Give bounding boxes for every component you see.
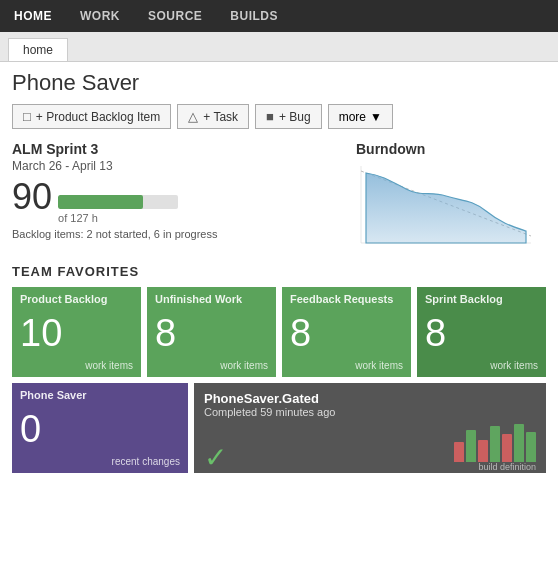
build-definition-label: build definition	[478, 462, 536, 472]
tile-build[interactable]: PhoneSaver.Gated Completed 59 minutes ag…	[194, 383, 546, 473]
build-bar-3	[478, 440, 488, 462]
build-bar-1	[454, 442, 464, 462]
task-label: + Task	[203, 110, 238, 124]
nav-source[interactable]: SOURCE	[142, 5, 208, 27]
tile-feedback-requests[interactable]: Feedback Requests 8 work items	[282, 287, 411, 377]
team-favorites-header: TEAM FAVORITES	[12, 264, 546, 279]
build-success-icon: ✓	[204, 444, 227, 472]
main-content: Phone Saver □ + Product Backlog Item △ +…	[0, 62, 558, 481]
top-navigation: HOME WORK SOURCE BUILDS	[0, 0, 558, 32]
build-bottom: ✓ build definition	[204, 422, 536, 472]
build-bars-chart	[454, 422, 536, 462]
burndown-section: Burndown	[356, 141, 546, 254]
tile-sprint-backlog[interactable]: Sprint Backlog 8 work items	[417, 287, 546, 377]
tile-feedback-requests-label: Feedback Requests	[290, 293, 403, 305]
sprint-dates: March 26 - April 13	[12, 159, 336, 173]
tile-unfinished-work-number: 8	[155, 314, 268, 352]
hours-label: of 127 h	[58, 212, 178, 224]
tile-unfinished-work[interactable]: Unfinished Work 8 work items	[147, 287, 276, 377]
task-icon: △	[188, 109, 198, 124]
tab-home[interactable]: home	[8, 38, 68, 61]
add-bug-button[interactable]: ■ + Bug	[255, 104, 322, 129]
backlog-status: Backlog items: 2 not started, 6 in progr…	[12, 228, 336, 240]
nav-builds[interactable]: BUILDS	[224, 5, 284, 27]
nav-work[interactable]: WORK	[74, 5, 126, 27]
tab-bar: home	[0, 32, 558, 62]
add-backlog-item-button[interactable]: □ + Product Backlog Item	[12, 104, 171, 129]
page-title: Phone Saver	[12, 70, 546, 96]
burndown-chart	[356, 161, 536, 251]
build-subtitle: Completed 59 minutes ago	[204, 406, 536, 418]
backlog-item-label: + Product Backlog Item	[36, 110, 160, 124]
more-label: more	[339, 110, 366, 124]
tile-product-backlog-label: Product Backlog	[20, 293, 133, 305]
build-bar-7	[526, 432, 536, 462]
chevron-down-icon: ▼	[370, 110, 382, 124]
sprint-info: ALM Sprint 3 March 26 - April 13 90 of 1…	[12, 141, 336, 254]
bug-label: + Bug	[279, 110, 311, 124]
bottom-tiles: Phone Saver 0 recent changes PhoneSaver.…	[12, 383, 546, 473]
sprint-progress-col: of 127 h	[58, 195, 178, 224]
build-title: PhoneSaver.Gated	[204, 391, 536, 406]
build-bar-4	[490, 426, 500, 462]
build-bar-5	[502, 434, 512, 462]
add-task-button[interactable]: △ + Task	[177, 104, 249, 129]
tile-phone-saver-number: 0	[20, 410, 180, 448]
build-bar-6	[514, 424, 524, 462]
tile-feedback-requests-number: 8	[290, 314, 403, 352]
build-bar-2	[466, 430, 476, 462]
top-tiles-grid: Product Backlog 10 work items Unfinished…	[12, 287, 546, 377]
sprint-hours-number: 90	[12, 179, 52, 215]
backlog-icon: □	[23, 109, 31, 124]
tile-sprint-backlog-number: 8	[425, 314, 538, 352]
tile-phone-saver-sub: recent changes	[20, 456, 180, 467]
progress-bar	[58, 195, 178, 209]
burndown-title: Burndown	[356, 141, 546, 157]
sprint-section: ALM Sprint 3 March 26 - April 13 90 of 1…	[12, 141, 546, 254]
sprint-hours-row: 90 of 127 h	[12, 179, 336, 224]
tile-unfinished-work-label: Unfinished Work	[155, 293, 268, 305]
action-buttons-row: □ + Product Backlog Item △ + Task ■ + Bu…	[12, 104, 546, 129]
sprint-title: ALM Sprint 3	[12, 141, 336, 157]
more-button[interactable]: more ▼	[328, 104, 393, 129]
tile-product-backlog-number: 10	[20, 314, 133, 352]
tile-product-backlog-sub: work items	[20, 360, 133, 371]
tile-feedback-requests-sub: work items	[290, 360, 403, 371]
progress-bar-fill	[58, 195, 143, 209]
tile-phone-saver-label: Phone Saver	[20, 389, 180, 401]
bug-icon: ■	[266, 109, 274, 124]
nav-home[interactable]: HOME	[8, 5, 58, 27]
tile-phone-saver[interactable]: Phone Saver 0 recent changes	[12, 383, 188, 473]
tile-sprint-backlog-sub: work items	[425, 360, 538, 371]
tile-unfinished-work-sub: work items	[155, 360, 268, 371]
tile-sprint-backlog-label: Sprint Backlog	[425, 293, 538, 305]
tile-product-backlog[interactable]: Product Backlog 10 work items	[12, 287, 141, 377]
